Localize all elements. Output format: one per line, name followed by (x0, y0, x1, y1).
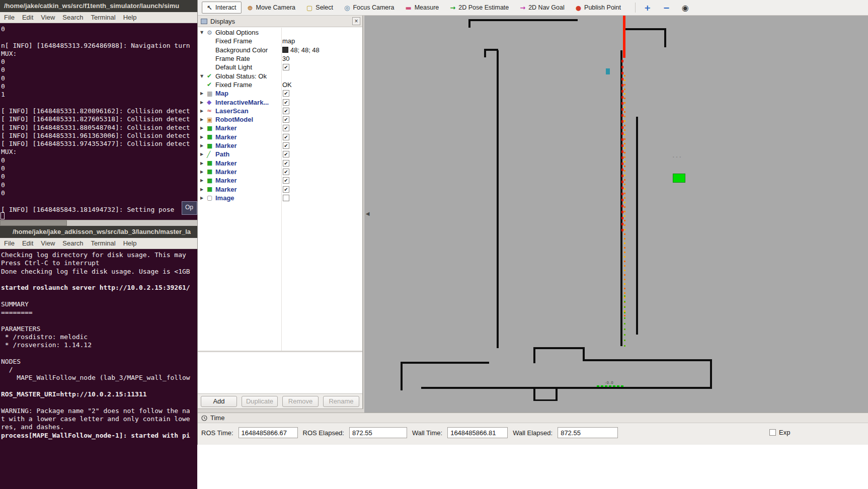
expand-arrow-closed-icon[interactable]: ▶ (200, 152, 207, 156)
tool-focus-camera[interactable]: ◎Focus Camera (339, 2, 399, 14)
expand-arrow-closed-icon[interactable]: ▶ (200, 117, 207, 122)
add-button[interactable]: Add (201, 396, 237, 407)
expand-arrow-open-icon[interactable]: ▼ (200, 30, 207, 35)
laser-scan-dash (621, 120, 623, 123)
tool-publish-point[interactable]: ●Publish Point (571, 2, 626, 14)
tree-row-checkbox[interactable]: ✔ (283, 151, 289, 157)
tree-row-checkbox[interactable]: ✔ (283, 169, 289, 175)
tool-select[interactable]: ▢Select (301, 2, 338, 14)
tool-move-camera[interactable]: ⊕Move Camera (243, 2, 300, 14)
3d-viewport[interactable]: ◀ - - --0.0 (364, 16, 868, 413)
menubar-item-terminal[interactable]: Terminal (91, 239, 116, 247)
tree-row-fixed-frame-status[interactable]: ✔Fixed FrameOK (198, 80, 362, 89)
terminal-titlebar[interactable]: /home/jake/jake_adkisson_ws/src/lab_3/la… (0, 226, 197, 238)
tree-row-checkbox[interactable]: ✔ (283, 186, 289, 193)
expand-arrow-closed-icon[interactable]: ▶ (200, 100, 207, 105)
tree-row-default-light[interactable]: Default Light✔ (198, 63, 362, 71)
scan-dot (624, 188, 625, 190)
tree-row-global-options[interactable]: ▼⚙Global Options (198, 28, 362, 37)
tool-2d-nav-goal[interactable]: →2D Nav Goal (515, 2, 569, 14)
tree-row-display-laserscan[interactable]: ▶≈LaserScan✔ (198, 107, 362, 115)
tree-row-checkbox[interactable] (283, 195, 289, 201)
terminal-output[interactable]: Checking log directory for disk usage. T… (0, 249, 197, 489)
expand-arrow-closed-icon[interactable]: ▶ (200, 135, 207, 139)
panel-collapse-arrow-icon[interactable]: ◀ (364, 207, 371, 220)
tree-row-label: Marker (215, 159, 237, 167)
menubar-item-help[interactable]: Help (123, 239, 137, 247)
close-icon[interactable]: × (352, 17, 360, 25)
tool-interact[interactable]: ↖Interact (202, 2, 242, 14)
expand-arrow-closed-icon[interactable]: ▶ (200, 109, 207, 113)
terminal-line (1, 276, 197, 284)
displays-panel-header[interactable]: Displays × (198, 16, 362, 27)
expand-arrow-closed-icon[interactable]: ▶ (200, 143, 207, 148)
scan-dot (624, 107, 625, 108)
menubar-item-file[interactable]: File (4, 239, 15, 247)
expand-arrow-closed-icon[interactable]: ▶ (200, 196, 207, 200)
terminal-horizontal-scrollbar[interactable] (0, 220, 197, 226)
tree-row-global-status[interactable]: ▼✔Global Status: Ok (198, 72, 362, 80)
menubar-item-view[interactable]: View (41, 239, 55, 247)
terminal-line (1, 33, 197, 41)
tree-row-checkbox[interactable]: ✔ (283, 125, 289, 131)
tree-row-display-image[interactable]: ▶▢Image (198, 194, 362, 202)
experimental-checkbox[interactable] (769, 429, 776, 436)
expand-arrow-closed-icon[interactable]: ▶ (200, 187, 207, 192)
expand-arrow-open-icon[interactable]: ▼ (200, 74, 207, 78)
toolbar-remove-tool-button[interactable]: − (660, 3, 672, 13)
tree-row-checkbox[interactable]: ✔ (283, 177, 289, 184)
scrollbar-handle[interactable] (0, 220, 67, 226)
tree-row-fixed-frame[interactable]: Fixed Framemap (198, 37, 362, 45)
menubar-item-edit[interactable]: Edit (22, 14, 33, 21)
time-panel-header[interactable]: Time (198, 413, 868, 423)
tree-row-display-path[interactable]: ▶╱Path✔ (198, 150, 362, 158)
tree-row-checkbox[interactable]: ✔ (283, 116, 289, 123)
expand-arrow-closed-icon[interactable]: ▶ (200, 170, 207, 174)
tree-row-checkbox[interactable]: ✔ (283, 134, 289, 140)
menubar-item-view[interactable]: View (41, 14, 55, 21)
scan-dot (624, 138, 625, 140)
tree-row-frame-rate[interactable]: Frame Rate30 (198, 54, 362, 63)
menubar-item-terminal[interactable]: Terminal (91, 14, 116, 21)
expand-arrow-closed-icon[interactable]: ▶ (200, 178, 207, 183)
expand-arrow-closed-icon[interactable]: ▶ (200, 91, 207, 96)
terminal-line: [ INFO] [1648485331.820896162]: Collisio… (1, 107, 197, 115)
terminal-titlebar[interactable]: /home/jake/catkin_ws/src/f1tenth_simulat… (0, 0, 197, 12)
tree-row-checkbox[interactable]: ✔ (283, 160, 289, 167)
time-field-wall-time[interactable] (447, 427, 508, 438)
tree-row-checkbox[interactable]: ✔ (283, 64, 289, 70)
toolbar-add-tool-button[interactable]: + (642, 3, 653, 13)
tree-row-background-color[interactable]: Background Color48; 48; 48 (198, 46, 362, 54)
toolbar-tool-properties-button[interactable]: ◉ (679, 3, 691, 13)
tree-row-display-marker-3[interactable]: ▶■Marker✔ (198, 141, 362, 150)
menubar-item-help[interactable]: Help (123, 14, 137, 21)
terminal-window-simulator: /home/jake/catkin_ws/src/f1tenth_simulat… (0, 0, 197, 226)
time-field-wall-elapsed[interactable] (558, 427, 618, 438)
tree-row-display-marker-6[interactable]: ▶■Marker✔ (198, 176, 362, 185)
tree-row-display-robotmodel[interactable]: ▶▣RobotModel✔ (198, 115, 362, 124)
tree-row-checkbox[interactable]: ✔ (283, 142, 289, 149)
tree-row-display-marker-1[interactable]: ▶■Marker✔ (198, 124, 362, 132)
terminal-output[interactable]: 0 n[ INFO] [1648485313.926486988]: Navig… (0, 23, 197, 220)
tree-row-display-marker-5[interactable]: ▶■Marker✔ (198, 168, 362, 176)
tree-row-checkbox[interactable]: ✔ (283, 90, 289, 97)
terminal-line: [ INFO] [1648485331.880548704]: Collisio… (1, 124, 197, 132)
time-field-ros-time[interactable] (239, 427, 298, 438)
path-dash (621, 385, 623, 387)
time-field-ros-elapsed[interactable] (349, 427, 407, 438)
expand-arrow-closed-icon[interactable]: ▶ (200, 161, 207, 166)
tree-row-display-map[interactable]: ▶▦Map✔ (198, 89, 362, 98)
menubar-item-file[interactable]: File (4, 14, 15, 21)
tree-row-checkbox[interactable]: ✔ (283, 99, 289, 106)
tree-row-display-marker-7[interactable]: ▶■Marker✔ (198, 185, 362, 193)
tree-row-checkbox[interactable]: ✔ (283, 108, 289, 114)
tree-row-display-marker-4[interactable]: ▶■Marker✔ (198, 159, 362, 168)
tree-row-display-marker-2[interactable]: ▶■Marker✔ (198, 133, 362, 141)
menubar-item-search[interactable]: Search (62, 14, 83, 21)
tool-measure[interactable]: ▬Measure (400, 2, 444, 14)
menubar-item-edit[interactable]: Edit (22, 239, 33, 247)
expand-arrow-closed-icon[interactable]: ▶ (200, 126, 207, 130)
tree-row-display-interactive-markers[interactable]: ▶◆InteractiveMark...✔ (198, 98, 362, 106)
tool-2d-pose-estimate[interactable]: →2D Pose Estimate (445, 2, 514, 14)
menubar-item-search[interactable]: Search (62, 239, 83, 247)
